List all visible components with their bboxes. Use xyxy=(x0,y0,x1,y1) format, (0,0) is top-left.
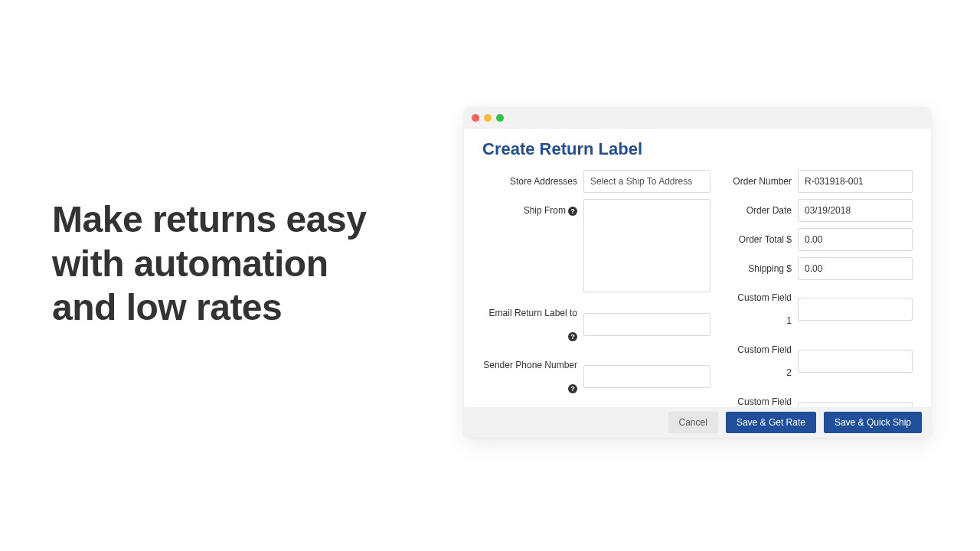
custom1-row: Custom Field 1 xyxy=(732,286,913,332)
sender-phone-row: Sender Phone Number? xyxy=(482,354,710,399)
order-number-label: Order Number xyxy=(732,170,798,193)
help-icon[interactable]: ? xyxy=(568,384,577,393)
maximize-icon[interactable] xyxy=(496,114,504,122)
ship-from-row: Ship From? xyxy=(482,199,710,295)
store-addresses-row: Store Addresses Select a Ship To Address xyxy=(482,170,710,193)
order-number-row: Order Number xyxy=(732,170,913,193)
marketing-headline: Make returns easy with automation and lo… xyxy=(52,197,389,330)
app-window: Create Return Label Store Addresses Sele… xyxy=(464,107,931,438)
sender-phone-label: Sender Phone Number? xyxy=(482,354,583,399)
right-column: Order Number Order Date Order Total $ Sh… xyxy=(732,170,913,438)
ship-from-input[interactable] xyxy=(583,199,710,292)
email-return-label: Email Return Label to? xyxy=(482,302,583,347)
form-content: Create Return Label Store Addresses Sele… xyxy=(464,129,931,438)
ship-from-label: Ship From? xyxy=(482,199,583,222)
custom2-row: Custom Field 2 xyxy=(732,338,913,384)
order-date-row: Order Date xyxy=(732,199,913,222)
store-addresses-select[interactable]: Select a Ship To Address xyxy=(583,170,710,193)
email-return-row: Email Return Label to? xyxy=(482,302,710,347)
email-return-input[interactable] xyxy=(583,313,710,336)
left-column: Store Addresses Select a Ship To Address… xyxy=(482,170,710,438)
window-titlebar xyxy=(464,107,931,129)
order-number-input[interactable] xyxy=(798,170,913,193)
order-date-label: Order Date xyxy=(732,199,798,222)
order-date-input[interactable] xyxy=(798,199,913,222)
sender-phone-input[interactable] xyxy=(583,365,710,388)
shipping-label: Shipping $ xyxy=(732,257,798,280)
custom2-input[interactable] xyxy=(798,350,913,373)
close-icon[interactable] xyxy=(472,114,479,122)
page-title: Create Return Label xyxy=(482,139,913,159)
help-icon[interactable]: ? xyxy=(568,332,577,341)
save-get-rate-button[interactable]: Save & Get Rate xyxy=(726,412,816,433)
order-total-row: Order Total $ xyxy=(732,228,913,251)
custom2-label: Custom Field 2 xyxy=(732,338,798,384)
save-quick-ship-button[interactable]: Save & Quick Ship xyxy=(824,412,922,433)
order-total-label: Order Total $ xyxy=(732,228,798,251)
shipping-input[interactable] xyxy=(798,257,913,280)
footer-actions: Cancel Save & Get Rate Save & Quick Ship xyxy=(464,407,931,438)
store-addresses-label: Store Addresses xyxy=(482,170,583,193)
order-total-input[interactable] xyxy=(798,228,913,251)
help-icon[interactable]: ? xyxy=(568,207,577,216)
custom1-input[interactable] xyxy=(798,298,913,321)
shipping-row: Shipping $ xyxy=(732,257,913,280)
cancel-button[interactable]: Cancel xyxy=(668,412,718,433)
minimize-icon[interactable] xyxy=(484,114,492,122)
custom1-label: Custom Field 1 xyxy=(732,286,798,332)
